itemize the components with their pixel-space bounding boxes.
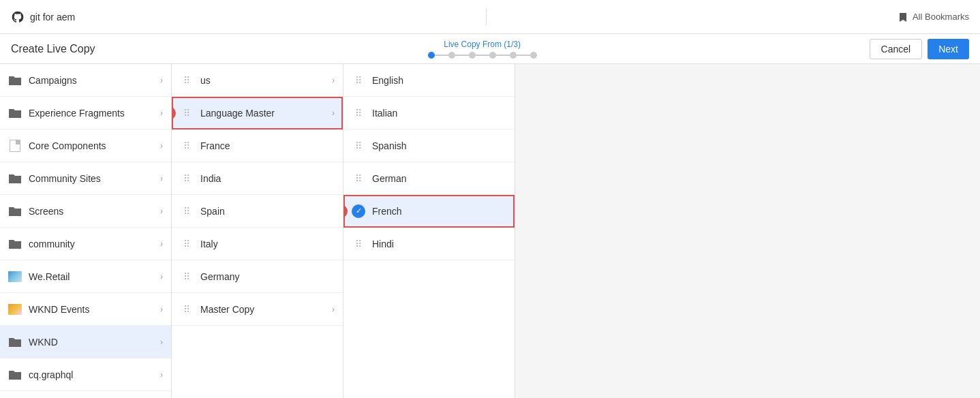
grid-icon xyxy=(180,204,194,218)
step-3-dot xyxy=(469,52,476,59)
folder-icon xyxy=(8,172,22,185)
list-item[interactable]: cq.graphql › xyxy=(0,358,171,391)
list-item[interactable]: Germany xyxy=(172,260,343,293)
grid-icon xyxy=(352,106,365,120)
next-button[interactable]: Next xyxy=(928,39,969,59)
page-icon xyxy=(8,139,22,153)
step-5-dot xyxy=(510,52,517,59)
topbar-left: git for aem xyxy=(11,10,75,24)
step-2-badge: 2 xyxy=(172,106,176,120)
topbar-divider xyxy=(486,9,487,25)
folder-icon xyxy=(8,237,22,251)
grid-icon xyxy=(180,139,194,153)
list-item[interactable]: Spain xyxy=(172,195,343,228)
wizard-steps: Live Copy From (1/3) xyxy=(428,40,537,59)
step-3-badge: 3 xyxy=(343,204,348,218)
grid-icon xyxy=(352,74,365,87)
step-4-dot xyxy=(489,52,496,59)
folder-icon xyxy=(8,335,22,349)
chevron-right-icon: › xyxy=(160,76,163,85)
list-item[interactable]: France xyxy=(172,129,343,162)
list-item[interactable]: WKND Events › xyxy=(0,293,171,326)
chevron-right-icon: › xyxy=(160,305,163,314)
chevron-right-icon: › xyxy=(332,76,335,85)
grid-icon xyxy=(180,172,194,185)
list-item[interactable]: Hindi xyxy=(343,228,515,260)
step-line-2 xyxy=(455,55,469,56)
bookmark-icon xyxy=(898,12,908,22)
grid-icon xyxy=(180,237,194,251)
thumbnail-icon xyxy=(8,270,22,284)
chevron-right-icon: › xyxy=(332,108,335,118)
chevron-right-icon: › xyxy=(160,337,163,347)
list-item[interactable]: Core Components › xyxy=(0,129,171,162)
grid-icon xyxy=(352,139,365,153)
chevron-right-icon: › xyxy=(160,370,163,380)
list-item[interactable]: 2 Language Master › xyxy=(172,97,343,129)
folder-icon xyxy=(8,368,22,382)
folder-icon xyxy=(8,74,22,87)
bookmarks-button[interactable]: All Bookmarks xyxy=(898,12,969,22)
list-item[interactable]: Campaigns › xyxy=(0,64,171,97)
page-title: Create Live Copy xyxy=(11,43,95,55)
chevron-right-icon: › xyxy=(160,141,163,151)
list-item[interactable]: We.Retail › xyxy=(0,260,171,293)
grid-icon xyxy=(180,106,194,120)
list-item[interactable]: us › xyxy=(172,64,343,97)
chevron-right-icon: › xyxy=(160,108,163,118)
step-line-1 xyxy=(435,55,448,56)
column-2: us › 2 Language Master › France India Sp… xyxy=(172,64,343,398)
list-item[interactable]: Master Copy › xyxy=(172,293,343,326)
grid-icon xyxy=(352,172,365,185)
folder-icon xyxy=(8,204,22,218)
list-item[interactable]: community › xyxy=(0,228,171,260)
step-6-dot xyxy=(530,52,537,59)
list-item[interactable]: Screens › xyxy=(0,195,171,228)
chevron-right-icon: › xyxy=(332,305,335,314)
list-item[interactable]: Community Sites › xyxy=(0,162,171,195)
list-item[interactable]: Spanish xyxy=(343,129,515,162)
grid-icon xyxy=(180,303,194,316)
step-dots xyxy=(428,52,537,59)
chevron-right-icon: › xyxy=(160,174,163,183)
step-2-dot xyxy=(448,52,455,59)
empty-panel xyxy=(515,64,980,398)
grid-icon xyxy=(180,270,194,284)
content-area: Campaigns › Experience Fragments › Core … xyxy=(0,64,980,398)
list-item[interactable]: India xyxy=(172,162,343,195)
thumbnail-icon xyxy=(8,303,22,316)
github-icon xyxy=(11,10,25,24)
list-item[interactable]: Experience Fragments › xyxy=(0,97,171,129)
cancel-button[interactable]: Cancel xyxy=(870,39,923,59)
step-line-4 xyxy=(496,55,510,56)
step-line-5 xyxy=(517,55,530,56)
app-title: git for aem xyxy=(30,12,75,22)
list-item[interactable]: Italy xyxy=(172,228,343,260)
step-label: Live Copy From (1/3) xyxy=(444,40,521,49)
page-header: Create Live Copy Live Copy From (1/3) Ca… xyxy=(0,34,980,64)
list-item[interactable]: English xyxy=(343,64,515,97)
column-3: English Italian Spanish German 3 ✓ Frenc… xyxy=(343,64,515,398)
list-item[interactable]: WKND › xyxy=(0,326,171,358)
folder-icon xyxy=(8,106,22,120)
column-1: Campaigns › Experience Fragments › Core … xyxy=(0,64,172,398)
chevron-right-icon: › xyxy=(160,239,163,249)
list-item[interactable]: Italian xyxy=(343,97,515,129)
check-icon: ✓ xyxy=(352,204,365,218)
grid-icon xyxy=(180,74,194,87)
chevron-right-icon: › xyxy=(160,272,163,281)
topbar: git for aem All Bookmarks xyxy=(0,0,980,34)
header-actions: Cancel Next xyxy=(870,39,969,59)
step-1-dot xyxy=(428,52,435,59)
list-item[interactable]: 3 ✓ French xyxy=(343,195,515,228)
step-line-3 xyxy=(476,55,489,56)
chevron-right-icon: › xyxy=(160,206,163,216)
list-item[interactable]: German xyxy=(343,162,515,195)
grid-icon xyxy=(352,237,365,251)
